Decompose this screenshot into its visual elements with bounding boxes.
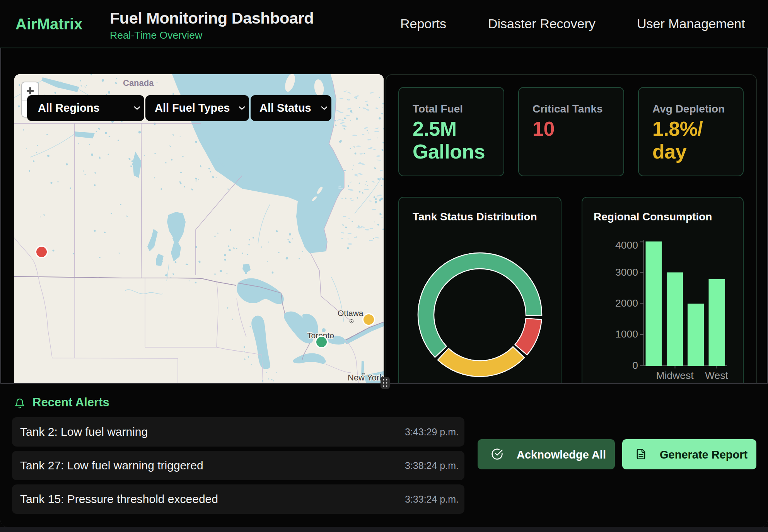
- svg-text:1000: 1000: [615, 328, 638, 340]
- svg-text:2000: 2000: [615, 297, 638, 309]
- svg-text:4000: 4000: [615, 239, 638, 251]
- svg-text:0: 0: [632, 360, 638, 371]
- svg-text:West: West: [705, 370, 729, 381]
- svg-text:Ottawa: Ottawa: [338, 309, 364, 317]
- svg-text:3000: 3000: [615, 266, 638, 278]
- svg-text:New York: New York: [348, 373, 384, 382]
- svg-text:Midwest: Midwest: [656, 370, 694, 381]
- svg-text:Canada: Canada: [123, 78, 154, 88]
